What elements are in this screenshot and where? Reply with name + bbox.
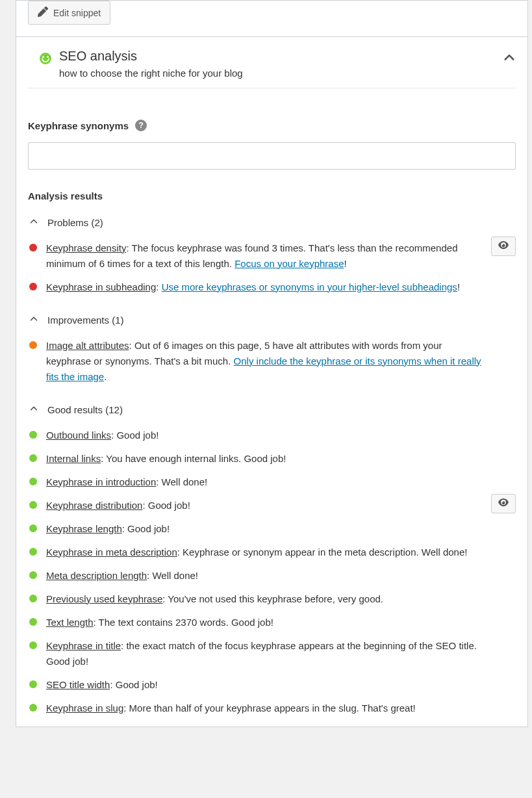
result-text: Keyphrase in slug: More than half of you…	[46, 701, 447, 716]
chevron-up-icon	[28, 315, 38, 326]
result-item: Keyphrase density: The focus keyphrase w…	[28, 237, 516, 276]
result-keyword-link[interactable]: Keyphrase in meta description	[46, 547, 177, 558]
result-keyword-link[interactable]: Keyphrase distribution	[46, 500, 142, 511]
result-item: Image alt attributes: Out of 6 images on…	[28, 334, 516, 389]
status-bullet-icon	[29, 244, 37, 251]
status-bullet-icon	[29, 595, 37, 602]
result-item: Keyphrase length: Good job!	[28, 517, 516, 541]
result-item: Keyphrase in meta description: Keyphrase…	[28, 541, 516, 564]
seo-analysis-title: SEO analysis	[59, 49, 243, 64]
smiley-icon	[40, 53, 51, 64]
analysis-results-heading: Analysis results	[28, 190, 516, 201]
result-item: Keyphrase in title: the exact match of t…	[28, 634, 516, 673]
result-text: Keyphrase in introduction: Well done!	[46, 474, 238, 490]
result-keyword-link[interactable]: Meta description length	[46, 570, 147, 581]
result-text: Keyphrase density: The focus keyphrase w…	[46, 240, 516, 272]
result-item: Keyphrase distribution: Good job!	[28, 494, 516, 517]
result-keyword-link[interactable]: Text length	[46, 617, 94, 628]
keyphrase-synonyms-label: Keyphrase synonyms ?	[28, 120, 147, 131]
result-text: Text length: The text contains 2370 word…	[46, 615, 305, 630]
status-bullet-icon	[29, 641, 37, 649]
improvements-label: Improvements (1)	[47, 315, 124, 326]
result-keyword-link[interactable]: Keyphrase length	[46, 523, 122, 534]
result-text: Meta description length: Well done!	[46, 568, 229, 584]
result-item: Meta description length: Well done!	[28, 564, 516, 587]
result-text: Image alt attributes: Out of 6 images on…	[46, 338, 516, 385]
result-keyword-link[interactable]: Keyphrase density	[46, 242, 126, 253]
result-item: Previously used keyphrase: You've not us…	[28, 587, 516, 611]
status-bullet-icon	[29, 501, 37, 509]
improvements-section-toggle[interactable]: Improvements (1)	[28, 315, 516, 326]
result-keyword-link[interactable]: Keyphrase in slug	[46, 702, 123, 714]
status-bullet-icon	[29, 618, 37, 626]
result-action-link[interactable]: Use more keyphrases or synonyms in your …	[162, 281, 457, 292]
help-icon[interactable]: ?	[135, 120, 147, 131]
result-item: Internal links: You have enough internal…	[28, 447, 516, 470]
status-bullet-icon	[29, 571, 37, 579]
result-text: SEO title width: Good job!	[46, 677, 189, 693]
good-results-label: Good results (12)	[47, 404, 123, 415]
pencil-icon	[38, 6, 48, 19]
problems-label: Problems (2)	[47, 217, 103, 228]
chevron-up-icon	[28, 217, 38, 229]
status-bullet-icon	[29, 524, 37, 532]
edit-snippet-button[interactable]: Edit snippet	[28, 1, 110, 25]
result-keyword-link[interactable]: Keyphrase in title	[46, 640, 121, 651]
status-bullet-icon	[29, 478, 37, 485]
result-item: Keyphrase in subheading: Use more keyphr…	[28, 276, 516, 299]
status-bullet-icon	[29, 431, 37, 439]
result-keyword-link[interactable]: Image alt attributes	[46, 340, 129, 351]
edit-snippet-label: Edit snippet	[53, 8, 101, 18]
result-keyword-link[interactable]: SEO title width	[46, 679, 110, 690]
result-action-link[interactable]: Focus on your keyphrase	[234, 258, 344, 269]
eye-icon	[497, 498, 510, 509]
good-results-section-toggle[interactable]: Good results (12)	[28, 404, 516, 416]
keyphrase-synonyms-input[interactable]	[28, 142, 516, 170]
collapse-toggle[interactable]	[503, 51, 516, 67]
status-bullet-icon	[29, 704, 37, 712]
problems-section-toggle[interactable]: Problems (2)	[28, 217, 516, 229]
status-bullet-icon	[29, 341, 37, 349]
status-bullet-icon	[29, 680, 37, 688]
result-text: Outbound links: Good job!	[46, 428, 190, 443]
result-item: Outbound links: Good job!	[28, 424, 516, 447]
seo-analysis-subtitle: how to choose the right niche for your b…	[59, 68, 243, 79]
result-keyword-link[interactable]: Outbound links	[46, 430, 111, 441]
chevron-up-icon	[503, 55, 516, 66]
result-text: Keyphrase length: Good job!	[46, 521, 201, 537]
result-item: Keyphrase in introduction: Well done!	[28, 470, 516, 494]
highlight-eye-button[interactable]	[491, 237, 516, 256]
result-text: Keyphrase in subheading: Use more keyphr…	[46, 279, 491, 295]
status-bullet-icon	[29, 548, 37, 556]
result-keyword-link[interactable]: Keyphrase in subheading	[46, 281, 156, 292]
status-bullet-icon	[29, 454, 37, 462]
highlight-eye-button[interactable]	[491, 494, 516, 513]
result-item: SEO title width: Good job!	[28, 673, 516, 697]
result-keyword-link[interactable]: Internal links	[46, 453, 101, 464]
result-keyword-link[interactable]: Previously used keyphrase	[46, 593, 162, 604]
chevron-up-icon	[28, 404, 38, 416]
result-text: Internal links: You have enough internal…	[46, 451, 317, 467]
status-bullet-icon	[29, 283, 37, 290]
result-text: Previously used keyphrase: You've not us…	[46, 591, 414, 607]
result-item: Keyphrase in slug: More than half of you…	[28, 697, 516, 720]
result-action-link[interactable]: Only include the keyphrase or its synony…	[46, 355, 481, 382]
result-item: Text length: The text contains 2370 word…	[28, 611, 516, 634]
result-text: Keyphrase distribution: Good job!	[46, 498, 222, 513]
eye-icon	[497, 240, 510, 252]
result-keyword-link[interactable]: Keyphrase in introduction	[46, 476, 156, 487]
result-text: Keyphrase in meta description: Keyphrase…	[46, 545, 498, 560]
result-text: Keyphrase in title: the exact match of t…	[46, 638, 516, 669]
